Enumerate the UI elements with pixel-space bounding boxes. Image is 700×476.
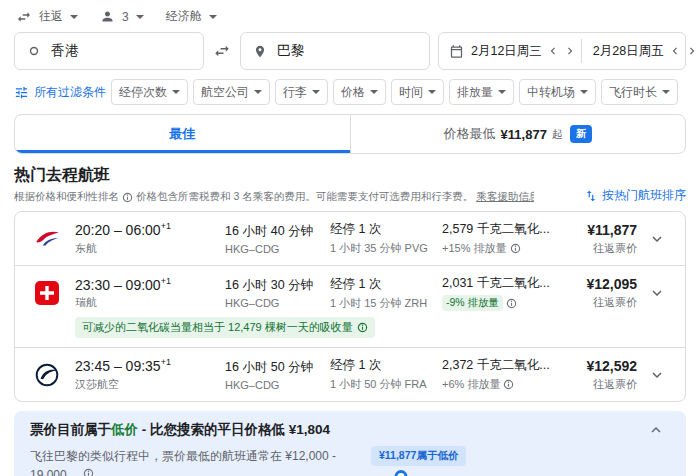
filter-chip-stops[interactable]: 经停次数 (111, 79, 188, 105)
destination-field[interactable]: 巴黎 (240, 32, 430, 70)
info-icon[interactable] (503, 379, 514, 390)
duration-value: 16 小时 50 分钟 (225, 359, 330, 376)
expand-flight-button[interactable] (643, 284, 671, 302)
flight-row[interactable]: 23:45 – 09:35+1 汉莎航空 16 小时 50 分钟 HKG–CDG… (15, 348, 685, 401)
info-icon[interactable] (122, 192, 133, 203)
tab-cheapest[interactable]: 价格最低 ¥11,877 起 新 (350, 115, 686, 153)
route-value: HKG–CDG (225, 243, 330, 255)
chevron-left-icon (668, 44, 682, 58)
departure-date-value: 2月12日周三 (468, 43, 545, 60)
layover-value: 1 小时 15 分钟 ZRH (330, 296, 442, 311)
trip-type-select[interactable]: 往返 (16, 8, 78, 25)
caret-down-icon (662, 90, 670, 94)
info-icon[interactable] (83, 468, 94, 476)
passenger-assistance-link[interactable]: 乘客援助信息。 (476, 190, 534, 204)
layover-value: 1 小时 35 分钟 PVG (330, 241, 442, 256)
price-range-text: 飞往巴黎的类似行程中，票价最低的航班通常在 ¥12,000 - 19,000。 (30, 449, 336, 476)
info-icon[interactable] (357, 322, 368, 333)
caret-down-icon (312, 90, 320, 94)
tab-best-label: 最佳 (169, 125, 195, 143)
chip-label: 价格 (341, 84, 365, 101)
calendar-icon (449, 44, 464, 59)
return-date-next-button[interactable] (684, 39, 700, 63)
return-date[interactable]: 2月28日周五 (581, 39, 700, 63)
duration-value: 16 小时 40 分钟 (225, 223, 330, 240)
expand-flight-button[interactable] (643, 230, 671, 248)
emission-percent-badge: -9% 排放量 (442, 295, 503, 311)
chip-label: 时间 (399, 84, 423, 101)
departure-date-previous-button[interactable] (545, 39, 562, 63)
passenger-count: 3 (122, 10, 129, 24)
flight-stops: 经停 1 次 1 小时 50 分钟 FRA (330, 357, 442, 392)
caret-down-icon (254, 90, 262, 94)
chevron-up-icon (647, 421, 665, 439)
filter-chip-times[interactable]: 时间 (391, 79, 444, 105)
filter-chip-price[interactable]: 价格 (333, 79, 386, 105)
sort-by-label: 按热门航班排序 (602, 187, 686, 204)
duration-value: 16 小时 30 分钟 (225, 277, 330, 294)
swap-origin-destination-button[interactable] (210, 39, 234, 63)
fare-note: 往返票价 (572, 377, 637, 392)
flight-times: 23:45 – 09:35+1 汉莎航空 (75, 357, 225, 392)
chevron-left-icon (546, 44, 560, 58)
filter-chip-airlines[interactable]: 航空公司 (193, 79, 270, 105)
filter-chip-emissions[interactable]: 排放量 (449, 79, 514, 105)
flight-list: 20:20 – 06:00+1 东航 16 小时 40 分钟 HKG–CDG 经… (14, 211, 686, 402)
flight-row[interactable]: 23:30 – 09:00+1 瑞航 16 小时 30 分钟 HKG–CDG 经… (15, 266, 685, 348)
origin-circle-icon (27, 44, 41, 58)
filter-chip-connecting-airports[interactable]: 中转机场 (519, 79, 596, 105)
co2-value: 2,031 千克二氧化... (442, 275, 572, 292)
flight-times: 23:30 – 09:00+1 瑞航 (75, 276, 225, 311)
destination-value: 巴黎 (277, 42, 305, 60)
origin-value: 香港 (51, 42, 79, 60)
plus-days: +1 (161, 221, 171, 231)
tab-cheapest-suffix: 起 (552, 127, 563, 142)
filter-chip-duration[interactable]: 飞行时长 (601, 79, 678, 105)
price-range-description: 飞往巴黎的类似行程中，票价最低的航班通常在 ¥12,000 - 19,000。 (30, 446, 360, 476)
search-row: 香港 巴黎 2月12日周三 2月28日周五 (14, 32, 686, 70)
insights-title-prefix: 票价目前属于 (30, 422, 111, 437)
airline-name: 瑞航 (75, 295, 225, 310)
filter-chip-bags[interactable]: 行李 (275, 79, 328, 105)
expand-flight-button[interactable] (643, 366, 671, 384)
flight-row-columns: 23:30 – 09:00+1 瑞航 16 小时 30 分钟 HKG–CDG 经… (29, 275, 671, 311)
eco-savings-text: 可减少的二氧化碳当量相当于 12,479 棵树一天的吸收量 (82, 320, 353, 335)
info-icon[interactable] (506, 298, 517, 309)
current-price-marker[interactable] (395, 470, 408, 476)
rank-note: 根据价格和便利性排名 (14, 190, 119, 204)
google-flights-app: 往返 3 经济舱 香港 巴黎 2月12日周三 (0, 0, 700, 476)
airline-name: 东航 (75, 241, 225, 256)
return-date-value: 2月28日周五 (590, 43, 667, 60)
departure-arrival-times: 23:30 – 09:00 (75, 276, 161, 292)
collapse-insights-button[interactable] (642, 421, 670, 439)
flight-row-columns: 23:45 – 09:35+1 汉莎航空 16 小时 50 分钟 HKG–CDG… (29, 357, 671, 392)
tab-best[interactable]: 最佳 (15, 115, 350, 153)
passengers-select[interactable]: 3 (100, 9, 144, 24)
lufthansa-logo-icon (29, 362, 65, 388)
flight-stops: 经停 1 次 1 小时 35 分钟 PVG (330, 221, 442, 256)
trip-type-label: 往返 (39, 8, 63, 25)
departure-date[interactable]: 2月12日周三 (441, 39, 581, 63)
stops-value: 经停 1 次 (330, 357, 442, 374)
caret-down-icon (428, 90, 436, 94)
current-price-tooltip: ¥11,877属于低价 (371, 446, 466, 466)
price-value: ¥12,592 (572, 358, 637, 374)
tab-cheapest-price: ¥11,877 (501, 127, 547, 142)
origin-field[interactable]: 香港 (14, 32, 204, 70)
departure-date-next-button[interactable] (562, 39, 579, 63)
all-filters-button[interactable]: 所有过滤条件 (14, 84, 106, 101)
caret-down-icon (498, 90, 506, 94)
flight-row[interactable]: 20:20 – 06:00+1 东航 16 小时 40 分钟 HKG–CDG 经… (15, 212, 685, 266)
stops-value: 经停 1 次 (330, 221, 442, 238)
caret-down-icon (580, 90, 588, 94)
swap-horizontal-icon (213, 42, 231, 60)
info-icon[interactable] (510, 243, 521, 254)
sort-by-button[interactable]: 按热门航班排序 (584, 187, 686, 204)
return-date-previous-button[interactable] (667, 39, 684, 63)
cabin-class-select[interactable]: 经济舱 (166, 8, 217, 25)
round-trip-icon (16, 9, 32, 25)
flight-emissions: 2,031 千克二氧化... -9% 排放量 (442, 275, 572, 311)
caret-down-icon (209, 15, 217, 19)
flight-emissions: 2,579 千克二氧化... +15% 排放量 (442, 221, 572, 256)
chip-label: 航空公司 (201, 84, 249, 101)
